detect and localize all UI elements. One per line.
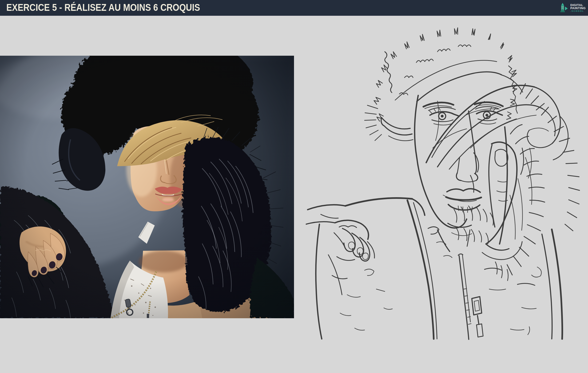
header-bar: EXERCICE 5 - RÉALISEZ AU MOINS 6 CROQUIS… — [0, 0, 588, 16]
sketch-face — [415, 95, 503, 252]
sketch-ear-flap — [381, 118, 412, 135]
sketch-hand-on-shoulder — [306, 198, 425, 261]
slide: { "header": { "title": "EXERCICE 5 - RÉA… — [0, 0, 588, 373]
sketch-panel — [306, 16, 588, 341]
sketch-fur-tufts — [365, 105, 381, 141]
logo-line-2: PAINTING — [570, 7, 586, 10]
sketch-hair — [395, 60, 568, 178]
reference-photo-illustration — [0, 56, 294, 318]
photo-vignette — [0, 56, 294, 318]
page-title: EXERCICE 5 - RÉALISEZ AU MOINS 6 CROQUIS — [6, 2, 200, 13]
brand-logo: DIGITAL PAINTING .SCHOOL — [559, 2, 586, 14]
sketch-fur-hat-outline — [365, 28, 517, 141]
sketch-zipper — [458, 254, 483, 339]
logo-line-3: .SCHOOL — [570, 10, 586, 12]
sketch-drawing — [306, 16, 588, 341]
sketch-nose — [457, 111, 479, 182]
reference-photo-panel — [0, 56, 294, 318]
logo-icon — [559, 2, 569, 14]
logo-wordmark: DIGITAL PAINTING .SCHOOL — [570, 3, 586, 12]
sketch-thumb-hand — [470, 142, 522, 260]
sketch-left-eye — [429, 107, 459, 125]
sketch-jacket — [316, 200, 541, 339]
